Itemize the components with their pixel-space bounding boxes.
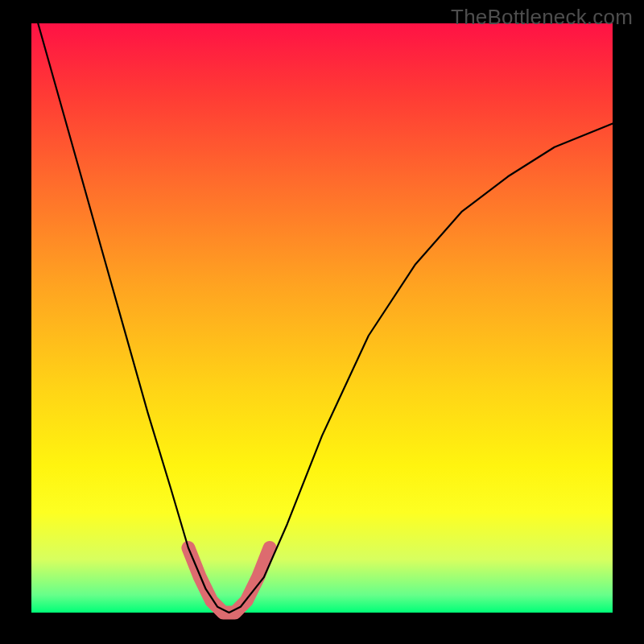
bottleneck-curve — [31, 0, 613, 613]
chart-frame: TheBottleneck.com — [0, 0, 644, 644]
plot-area — [31, 23, 613, 613]
watermark-text: TheBottleneck.com — [451, 5, 633, 30]
curve-svg — [31, 23, 613, 613]
optimal-zone-highlight — [188, 548, 270, 613]
